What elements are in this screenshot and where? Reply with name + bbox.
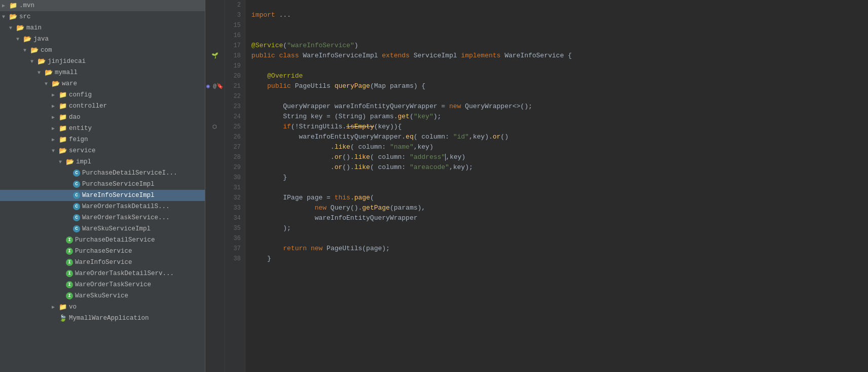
line-number-22: 22 (229, 91, 241, 102)
sidebar-item-WareOrderTaskDetailServ[interactable]: IWareOrderTaskDetailServ... (0, 268, 205, 279)
gutter-line (206, 0, 224, 10)
sidebar-item-jinjidecai[interactable]: ▼📂jinjidecai (0, 56, 205, 67)
line-number-32: 32 (229, 193, 241, 203)
file-tree[interactable]: ▶📁.mvn▼📂src▼📂main▼📂java▼📂com▼📂jinjidecai… (0, 0, 205, 372)
arrow-icon: ▶ (52, 125, 59, 131)
code-line-19 (251, 61, 868, 71)
folder-open-icon: 📂 (9, 13, 17, 21)
code-line-15 (251, 20, 868, 30)
code-line-23: QueryWrapper wareInfoEntityQueryWrapper … (251, 102, 868, 112)
sidebar-item-label: .mvn (19, 2, 203, 9)
bean-icon: 🌱 (211, 53, 219, 59)
gutter-line (206, 10, 224, 20)
code-line-18: public class WareInfoServiceImpl extends… (251, 51, 868, 61)
folder-open-icon: 📂 (38, 57, 46, 65)
sidebar-item-config[interactable]: ▶📁config (0, 89, 205, 100)
sidebar-item-label: PurchaseDetailServiceI... (82, 170, 203, 177)
sidebar-item-service[interactable]: ▼📂service (0, 145, 205, 156)
sidebar-item-entity[interactable]: ▶📁entity (0, 123, 205, 134)
sidebar-item-WareInfoServiceImpl[interactable]: CWareInfoServiceImpl (0, 190, 205, 201)
code-line-29: .or().like( column: "areacode",key); (251, 162, 868, 173)
sidebar-item-PurchaseDetailService[interactable]: IPurchaseDetailService (0, 234, 205, 246)
sidebar-item-src[interactable]: ▼📂src (0, 11, 205, 22)
sidebar-item-label: WareOrderTaskService... (82, 214, 203, 221)
folder-closed-icon: 📁 (59, 91, 67, 99)
code-line-38: } (251, 254, 868, 264)
sidebar-item-mymall[interactable]: ▼📂mymall (0, 67, 205, 78)
sidebar-item-label: WareSkuServiceImpl (82, 225, 203, 232)
sidebar-item-PurchaseService[interactable]: IPurchaseService (0, 246, 205, 257)
line-number-19: 19 (229, 61, 241, 71)
sidebar-item-mvn[interactable]: ▶📁.mvn (0, 0, 205, 11)
line-number-2: 2 (229, 0, 241, 10)
sidebar-item-MymallWareApplication[interactable]: 🍃MymallWareApplication (0, 313, 205, 324)
code-line-3: import ... (251, 10, 868, 20)
editor-area: 🌱◉ @🔖⬡ 231516171819202122232425262728293… (205, 0, 868, 372)
sidebar-item-WareOrderTaskDetailS[interactable]: CWareOrderTaskDetailS... (0, 201, 205, 212)
sidebar-item-PurchaseServiceImpl[interactable]: CPurchaseServiceImpl (0, 179, 205, 190)
java-interface-icon: I (66, 259, 73, 266)
sidebar-item-main[interactable]: ▼📂main (0, 22, 205, 33)
line-number-31: 31 (229, 183, 241, 193)
code-line-33: new Query().getPage(params), (251, 203, 868, 213)
fold-icon[interactable]: ⬡ (212, 124, 217, 130)
arrow-icon: ▼ (23, 48, 30, 53)
spring-icon: 🍃 (59, 314, 67, 322)
sidebar-item-controller[interactable]: ▶📁controller (0, 100, 205, 112)
code-line-36 (251, 233, 868, 244)
sidebar-item-WareOrderTaskServiceI[interactable]: CWareOrderTaskService... (0, 212, 205, 223)
code-line-37: return new PageUtils(page); (251, 244, 868, 254)
gutter-line (206, 162, 224, 173)
sidebar-item-label: WareOrderTaskDetailServ... (75, 270, 203, 277)
code-line-17: @Service("wareInfoService") (251, 41, 868, 51)
gutter-line (206, 71, 224, 81)
arrow-icon: ▶ (52, 137, 59, 143)
folder-closed-icon: 📁 (59, 303, 67, 311)
folder-open-icon: 📂 (52, 80, 60, 88)
sidebar-item-label: mymall (55, 69, 203, 76)
sidebar-item-label: impl (76, 158, 203, 165)
line-number-37: 37 (229, 244, 241, 254)
java-interface-icon: I (66, 292, 73, 299)
line-number-36: 36 (229, 233, 241, 244)
sidebar-item-java[interactable]: ▼📂java (0, 33, 205, 45)
sidebar-item-ware[interactable]: ▼📂ware (0, 78, 205, 89)
java-interface-icon: I (66, 270, 73, 277)
sidebar-item-WareSkuService[interactable]: IWareSkuService (0, 290, 205, 301)
code-content[interactable]: import ... @Service("wareInfoService")pu… (245, 0, 868, 372)
code-line-28: .or().like( column: "address",key) (251, 152, 868, 162)
gutter-line: ◉ @🔖 (206, 81, 224, 91)
gutter-line: ⬡ (206, 122, 224, 132)
code-line-34: wareInfoEntityQueryWrapper (251, 213, 868, 223)
gutter-line (206, 173, 224, 183)
code-line-21: public PageUtils queryPage(Map params) { (251, 81, 868, 91)
sidebar-item-label: feign (69, 136, 203, 143)
sidebar-item-dao[interactable]: ▶📁dao (0, 112, 205, 123)
arrow-icon: ▶ (52, 92, 59, 98)
sidebar-item-vo[interactable]: ▶📁vo (0, 301, 205, 313)
folder-open-icon: 📂 (45, 69, 53, 77)
sidebar-item-label: service (69, 147, 203, 154)
java-interface-icon: I (66, 248, 73, 255)
gutter-line (206, 244, 224, 254)
folder-open-icon: 📂 (66, 158, 74, 166)
sidebar-item-com[interactable]: ▼📂com (0, 45, 205, 56)
sidebar-item-WareInfoService[interactable]: IWareInfoService (0, 257, 205, 268)
sidebar-item-PurchaseDetailServiceImpl[interactable]: CPurchaseDetailServiceI... (0, 167, 205, 179)
line-number-34: 34 (229, 213, 241, 223)
sidebar-item-feign[interactable]: ▶📁feign (0, 134, 205, 145)
folder-closed-icon: 📁 (59, 102, 67, 110)
line-number-21: 21 (229, 81, 241, 91)
code-line-16 (251, 30, 868, 41)
line-number-28: 28 (229, 152, 241, 162)
code-line-22 (251, 91, 868, 102)
sidebar-item-WareSkuServiceImpl[interactable]: CWareSkuServiceImpl (0, 223, 205, 234)
sidebar-item-impl[interactable]: ▼📂impl (0, 156, 205, 167)
arrow-icon: ▶ (52, 103, 59, 109)
gutter-line (206, 193, 224, 203)
code-editor: 🌱◉ @🔖⬡ 231516171819202122232425262728293… (205, 0, 868, 372)
sidebar-item-WareOrderTaskService[interactable]: IWareOrderTaskService (0, 279, 205, 290)
sidebar-item-label: dao (69, 114, 203, 121)
line-number-15: 15 (229, 20, 241, 30)
sidebar-item-label: entity (69, 125, 203, 132)
